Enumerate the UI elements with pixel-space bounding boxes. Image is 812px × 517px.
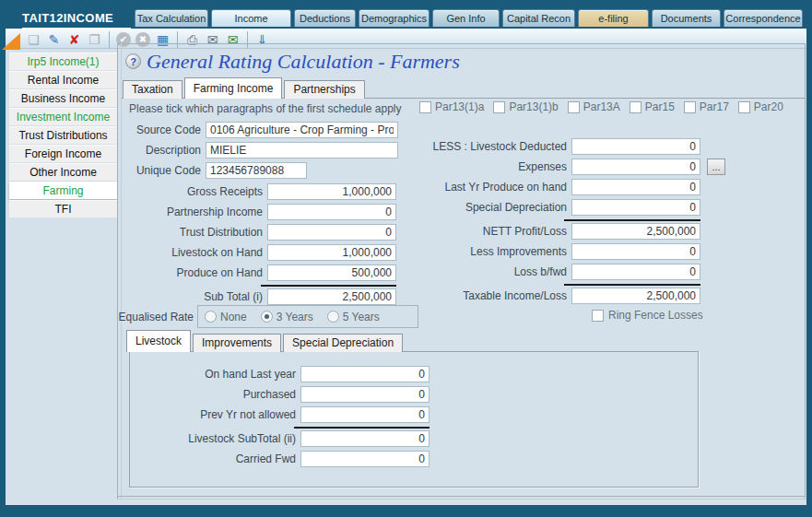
tab-income[interactable]: Income — [211, 9, 291, 27]
sidebar-item-farming[interactable]: Farming — [9, 182, 117, 199]
field-nett-profit-loss[interactable] — [571, 223, 700, 240]
sidebar-item-rental-income[interactable]: Rental Income — [9, 71, 117, 88]
checkbox-box[interactable] — [592, 310, 604, 322]
row-loss-b-fwd: Loss b/fwd — [406, 264, 700, 280]
paragraph-prompt: Please tick which paragraphs of the firs… — [129, 102, 402, 115]
field-produce-on-hand[interactable] — [267, 264, 396, 281]
field-taxable-income-loss[interactable] — [571, 288, 700, 304]
field-unique-code[interactable] — [206, 162, 307, 179]
tab-deductions[interactable]: Deductions — [294, 9, 356, 27]
field-livestock-on-hand[interactable] — [267, 244, 396, 261]
sum-line — [294, 427, 430, 429]
ring-fence-losses-checkbox[interactable]: Ring Fence Losses — [592, 309, 703, 322]
label-expenses: Expenses — [406, 160, 567, 173]
checkbox-box[interactable] — [493, 101, 505, 113]
checkbox-par13-1-b[interactable]: Par13(1)b — [493, 100, 558, 113]
email-refresh-icon[interactable]: ✉ — [204, 30, 221, 48]
tab-capital-recon[interactable]: Capital Recon — [502, 9, 575, 27]
email-send-icon[interactable]: ✉ — [224, 30, 241, 48]
field-description[interactable] — [206, 142, 398, 159]
field-less-improvements[interactable] — [571, 243, 700, 260]
sidebar-item-foreign-income[interactable]: Foreign Income — [9, 145, 117, 162]
field-expenses[interactable] — [571, 159, 700, 175]
print-icon[interactable]: ⎙ — [183, 30, 201, 48]
row-purchased: Purchased — [135, 386, 430, 403]
checkbox-par20[interactable]: Par20 — [738, 100, 783, 113]
sidebar-item-business-income[interactable]: Business Income — [9, 89, 117, 107]
new-record-icon: ❏ — [25, 30, 42, 48]
bottomtab-improvements[interactable]: Improvements — [193, 334, 281, 352]
row-less-improvements: Less Improvements — [406, 243, 700, 260]
livestock-group-box: On hand Last yearPurchasedPrev Yr not al… — [129, 351, 699, 488]
radio-button[interactable] — [327, 311, 339, 323]
help-icon[interactable]: ? — [125, 53, 141, 69]
delete-record-icon[interactable]: ✘ — [65, 30, 83, 48]
sidebar-item-investment-income[interactable]: Investment Income — [9, 108, 117, 125]
label-livestock-subtotal-ii: Livestock SubTotal (ii) — [135, 432, 296, 445]
sidebar-item-irp5-income-1[interactable]: Irp5 Income(1) — [9, 53, 117, 70]
checkbox-par15[interactable]: Par15 — [630, 100, 675, 113]
field-loss-b-fwd[interactable] — [571, 264, 700, 280]
tab-correspondence[interactable]: Correspondence — [724, 9, 803, 27]
checkbox-box[interactable] — [738, 101, 750, 113]
tab-documents[interactable]: Documents — [652, 9, 721, 27]
tab-gen-info[interactable]: Gen Info — [432, 9, 500, 27]
radio-button[interactable] — [261, 311, 273, 323]
checkbox-box[interactable] — [568, 101, 580, 113]
checkbox-label: Par15 — [645, 100, 675, 113]
sidebar-item-other-income[interactable]: Other Income — [9, 163, 117, 181]
cancel-icon: ✖ — [135, 32, 150, 47]
expenses-browse-button[interactable]: ... — [707, 159, 725, 175]
edit-record-icon[interactable]: ✎ — [45, 30, 63, 48]
copy-record-icon: ❐ — [86, 30, 103, 48]
radio-5-years[interactable]: 5 Years — [327, 311, 380, 323]
radio-label: 3 Years — [277, 311, 313, 323]
field-carried-fwd[interactable] — [300, 451, 430, 467]
radio-none[interactable]: None — [205, 311, 247, 323]
subtab-partnerships[interactable]: Partnerships — [284, 80, 364, 99]
sidebar-item-trust-distributions[interactable]: Trust Distributions — [9, 126, 117, 144]
checkbox-par13-1-a[interactable]: Par13(1)a — [419, 100, 484, 113]
label-source-code: Source Code — [129, 123, 201, 136]
subtab-taxation[interactable]: Taxation — [123, 80, 182, 99]
label-produce-on-hand: Produce on Hand — [129, 266, 263, 279]
label-loss-b-fwd: Loss b/fwd — [406, 265, 567, 278]
checkbox-label: Par20 — [754, 100, 783, 113]
field-gross-receipts[interactable] — [267, 183, 396, 200]
field-special-depreciation[interactable] — [571, 199, 700, 216]
row-sub-total-i: Sub Total (i) — [129, 288, 396, 305]
field-source-code[interactable] — [206, 122, 398, 138]
checkbox-par17[interactable]: Par17 — [684, 100, 729, 113]
checkbox-box[interactable] — [419, 101, 431, 113]
tab-demographics[interactable]: Demographics — [359, 9, 430, 27]
subtab-farming-income[interactable]: Farming Income — [184, 77, 283, 99]
field-sub-total-i[interactable] — [267, 288, 396, 305]
checkbox-par13a[interactable]: Par13A — [568, 100, 620, 113]
field-partnership-income[interactable] — [267, 204, 396, 220]
field-purchased[interactable] — [300, 386, 430, 403]
tab-tax-calculation[interactable]: Tax Calculation — [135, 9, 208, 27]
field-prev-yr-not-allowed[interactable] — [300, 406, 430, 423]
label-taxable-income-loss: Taxable Income/Loss — [406, 289, 567, 302]
field-livestock-subtotal-ii[interactable] — [300, 430, 430, 447]
field-on-hand-last-year[interactable] — [300, 366, 430, 382]
import-icon[interactable]: ⇓ — [253, 30, 271, 48]
sidebar-item-tfi[interactable]: TFI — [9, 200, 117, 217]
field-less-livestock-deducted[interactable] — [571, 138, 700, 155]
field-last-yr-produce-on-hand[interactable] — [571, 179, 700, 195]
radio-3-years[interactable]: 3 Years — [261, 311, 313, 323]
radio-button[interactable] — [205, 311, 217, 323]
field-trust-distribution[interactable] — [267, 224, 396, 241]
tab-e-filing[interactable]: e-filing — [578, 9, 649, 27]
paragraph-checkboxes: Par13(1)aPar13(1)bPar13APar15Par17Par20 — [419, 100, 783, 113]
content-border-bottom — [117, 496, 806, 497]
bottomtab-livestock[interactable]: Livestock — [126, 330, 191, 352]
page-title: General Rating Calculation - Farmers — [147, 50, 460, 74]
checkbox-box[interactable] — [630, 101, 641, 113]
label-carried-fwd: Carried Fwd — [135, 452, 296, 465]
form-preview-icon[interactable]: ▦ — [154, 30, 171, 48]
checkbox-box[interactable] — [684, 101, 696, 113]
label-on-hand-last-year: On hand Last year — [135, 368, 296, 381]
ring-fence-losses-label: Ring Fence Losses — [608, 309, 703, 322]
bottomtab-special-depreciation[interactable]: Special Depreciation — [283, 334, 403, 352]
